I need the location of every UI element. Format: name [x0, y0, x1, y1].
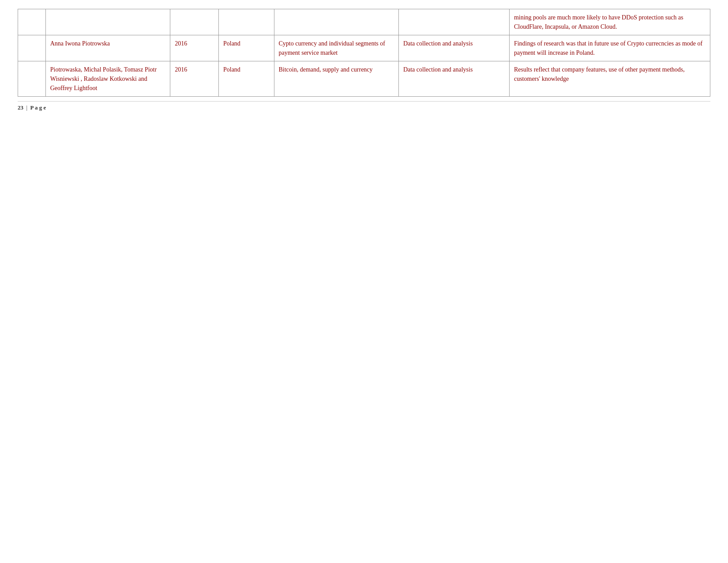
cell-country: [218, 9, 274, 35]
cell-method: [398, 9, 509, 35]
cell-topic: Cypto currency and individual segments o…: [274, 35, 398, 61]
page-label: P a g e: [30, 104, 46, 111]
cell-author: Anna Iwona Piotrowska: [45, 35, 170, 61]
cell-year: 2016: [170, 61, 219, 97]
cell-author: Piotrowaska, Michal Polasik, Tomasz Piot…: [45, 61, 170, 97]
cell-method: Data collection and analysis: [398, 35, 509, 61]
cell-num: [18, 35, 46, 61]
cell-num: [18, 9, 46, 35]
cell-year: 2016: [170, 35, 219, 61]
cell-author: [45, 9, 170, 35]
cell-method: Data collection and analysis: [398, 61, 509, 97]
cell-country: Poland: [218, 61, 274, 97]
cell-topic: [274, 9, 398, 35]
table-row: Piotrowaska, Michal Polasik, Tomasz Piot…: [18, 61, 710, 97]
cell-findings: Findings of research was that in future …: [509, 35, 710, 61]
cell-country: Poland: [218, 35, 274, 61]
page-number: 23: [18, 104, 23, 111]
cell-topic: Bitcoin, demand, supply and currency: [274, 61, 398, 97]
cell-findings: Results reflect that company features, u…: [509, 61, 710, 97]
table-row: mining pools are much more likely to hav…: [18, 9, 710, 35]
cell-year: [170, 9, 219, 35]
table-row: Anna Iwona Piotrowska2016PolandCypto cur…: [18, 35, 710, 61]
page-footer: 23 | P a g e: [18, 101, 710, 111]
research-table: mining pools are much more likely to hav…: [18, 9, 710, 97]
cell-num: [18, 61, 46, 97]
cell-findings: mining pools are much more likely to hav…: [509, 9, 710, 35]
